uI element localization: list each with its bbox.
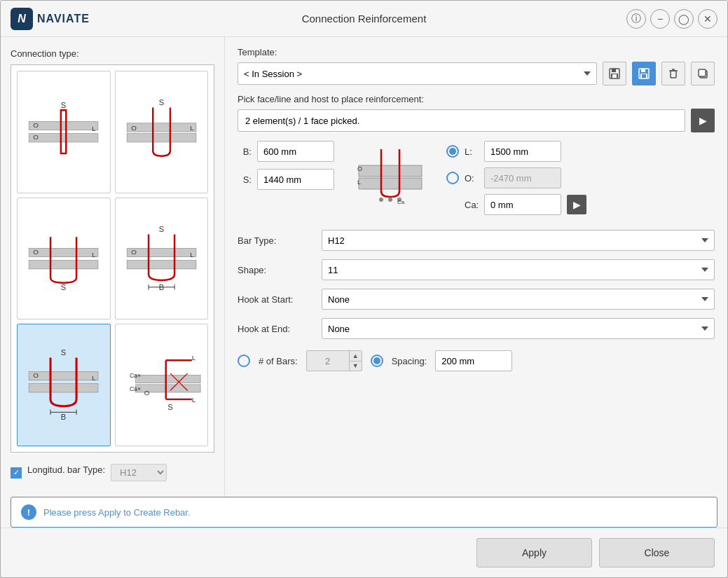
num-bars-up[interactable]: ▲: [350, 351, 362, 362]
dim-B-label: B:: [238, 146, 252, 157]
conn-type-item-2[interactable]: O L S: [17, 198, 111, 320]
dim-S-input[interactable]: [257, 169, 334, 190]
preview-area: O L Ca: [348, 141, 432, 221]
longit-checkbox[interactable]: ✓: [11, 467, 22, 479]
svg-text:S: S: [61, 348, 66, 356]
template-select[interactable]: < In Session >: [238, 62, 597, 85]
svg-text:L: L: [92, 251, 96, 259]
save-as-icon: [638, 67, 650, 80]
num-bars-input-wrapper: ▲ ▼: [306, 350, 362, 371]
conn-type-svg-3: S O L B: [123, 207, 200, 310]
svg-text:S: S: [159, 98, 164, 106]
save-as-button[interactable]: [632, 62, 656, 85]
dim-Ca-input[interactable]: [484, 194, 561, 215]
hook-end-label: Hook at End:: [238, 324, 315, 334]
naviate-logo: N NAVIATE: [11, 8, 90, 30]
copy-icon: [696, 67, 709, 80]
svg-rect-62: [359, 178, 422, 189]
svg-text:O: O: [131, 248, 137, 256]
svg-text:S: S: [159, 225, 164, 233]
radio-spacing[interactable]: [371, 355, 383, 367]
main-content: Connection type: S O O L: [1, 37, 727, 497]
info-icon: !: [21, 504, 36, 520]
logo-icon: N: [11, 8, 33, 30]
dim-L-row: L:: [446, 141, 715, 162]
svg-rect-26: [29, 371, 98, 380]
svg-text:O: O: [131, 124, 137, 132]
pick-arrow-button[interactable]: ▶: [691, 109, 715, 132]
info-button[interactable]: ⓘ: [626, 9, 646, 29]
save-icon: [608, 67, 621, 80]
svg-rect-49: [612, 69, 616, 72]
svg-rect-51: [612, 74, 617, 78]
conn-type-svg-1: S O L: [123, 80, 200, 184]
svg-text:S: S: [61, 101, 66, 109]
dim-B-input[interactable]: [257, 141, 334, 162]
delete-button[interactable]: [661, 62, 685, 85]
ca-arrow-button[interactable]: ▶: [567, 195, 586, 214]
pick-input[interactable]: [238, 109, 685, 132]
svg-rect-56: [671, 71, 676, 78]
svg-text:B: B: [61, 413, 66, 421]
longit-select[interactable]: H12: [111, 464, 167, 481]
conn-type-item-1[interactable]: S O L: [115, 71, 209, 193]
conn-type-item-4[interactable]: S O L B: [17, 324, 111, 446]
conn-type-item-0[interactable]: S O O L: [17, 71, 111, 193]
bar-type-row: Bar Type: H12: [238, 230, 715, 251]
dim-O-label: O:: [465, 173, 479, 184]
radio-num-bars[interactable]: [238, 355, 250, 367]
radio-L[interactable]: [446, 145, 459, 158]
num-bars-down[interactable]: ▼: [350, 362, 362, 371]
longit-bar-row: ✓ Longitud. bar Type: H12: [11, 460, 214, 486]
shape-select[interactable]: 11: [322, 259, 715, 280]
num-bars-input[interactable]: [307, 351, 349, 371]
shape-label: Shape:: [238, 265, 315, 275]
svg-text:S: S: [167, 402, 172, 411]
conn-type-item-3[interactable]: S O L B: [115, 198, 209, 320]
right-panel: Template: < In Session >: [225, 37, 727, 497]
titlebar-controls: ⓘ − ◯ ✕: [626, 9, 717, 29]
apply-button[interactable]: Apply: [476, 538, 592, 567]
close-button[interactable]: ✕: [698, 9, 717, 29]
svg-rect-55: [642, 74, 646, 78]
pick-section: Pick face/line and host to place reinfor…: [238, 94, 715, 132]
copy-button[interactable]: [691, 62, 715, 85]
svg-point-63: [379, 198, 383, 202]
minimize-button[interactable]: −: [650, 9, 670, 29]
conn-type-svg-4: S O L B: [25, 333, 102, 437]
bar-type-select[interactable]: H12: [322, 230, 715, 251]
restore-button[interactable]: ◯: [674, 9, 694, 29]
save-button[interactable]: [603, 62, 626, 85]
dim-O-row: O:: [446, 167, 715, 188]
svg-rect-2: [61, 110, 66, 153]
hook-start-label: Hook at Start:: [238, 294, 315, 305]
template-label: Template:: [238, 47, 287, 57]
pick-label: Pick face/line and host to place reinfor…: [238, 94, 715, 104]
dim-Ca-row: Ca: ▶: [446, 194, 715, 215]
dim-S-row: S:: [238, 169, 334, 190]
svg-rect-7: [127, 123, 196, 132]
svg-text:L: L: [191, 395, 195, 403]
dim-Ca-label: Ca:: [465, 200, 479, 210]
dims-right: L: O: Ca: ▶: [446, 141, 715, 215]
spacing-input[interactable]: [435, 350, 512, 371]
svg-text:Ca×: Ca×: [130, 385, 141, 392]
svg-rect-0: [29, 122, 98, 130]
bars-spacing-row: # of Bars: ▲ ▼ Spacing:: [238, 350, 715, 371]
svg-text:L: L: [190, 124, 194, 132]
svg-rect-27: [29, 383, 98, 392]
svg-rect-35: [135, 375, 200, 383]
close-button-bottom[interactable]: Close: [599, 538, 715, 567]
dims-section: B: S:: [238, 141, 715, 221]
dim-L-input[interactable]: [484, 141, 561, 162]
hook-end-select[interactable]: None: [322, 318, 715, 339]
conn-type-svg-5: L L Ca× Ca× O S: [123, 333, 200, 437]
dim-L-label: L:: [465, 146, 479, 157]
dim-O-input[interactable]: [484, 167, 561, 188]
svg-text:O: O: [34, 121, 39, 129]
svg-text:O: O: [34, 371, 39, 379]
conn-type-item-5[interactable]: L L Ca× Ca× O S: [115, 324, 209, 446]
num-bars-spinners: ▲ ▼: [349, 351, 362, 371]
radio-O[interactable]: [446, 172, 459, 184]
hook-start-select[interactable]: None: [322, 289, 715, 310]
